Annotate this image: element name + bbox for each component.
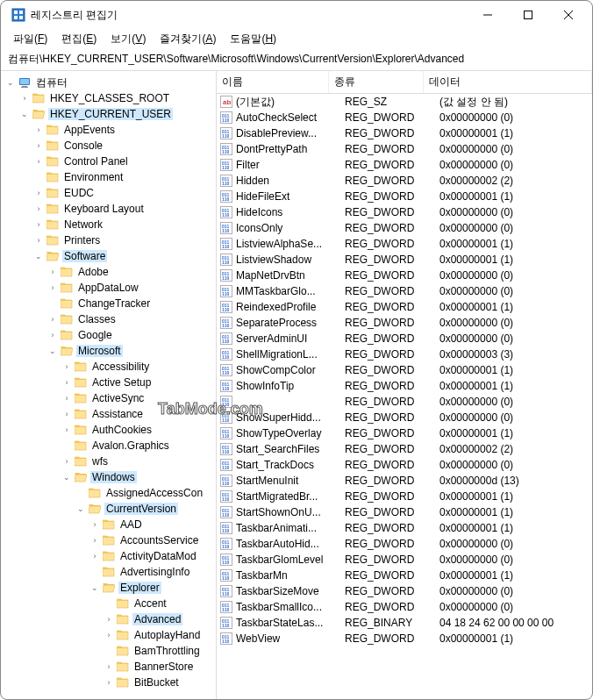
chevron-right-icon[interactable]: › xyxy=(61,424,73,436)
value-list-pane[interactable]: 이름 종류 데이터 ab(기본값)REG_SZ(값 설정 안 됨)011110A… xyxy=(217,71,592,700)
tree-item[interactable]: ›Control Panel xyxy=(32,154,216,169)
chevron-down-icon[interactable]: ⌄ xyxy=(61,471,73,483)
chevron-right-icon[interactable]: › xyxy=(46,329,59,341)
tree-item[interactable]: ChangeTracker xyxy=(46,296,216,311)
chevron-right-icon[interactable]: › xyxy=(46,266,59,278)
chevron-down-icon[interactable]: ⌄ xyxy=(32,250,45,262)
expander-none[interactable] xyxy=(75,487,87,499)
tree-item[interactable]: ⌄HKEY_CURRENT_USER xyxy=(18,106,216,122)
tree-item[interactable]: ⌄Software xyxy=(32,248,216,264)
chevron-right-icon[interactable]: › xyxy=(32,187,45,199)
chevron-right-icon[interactable]: › xyxy=(61,455,73,468)
tree-item[interactable]: ›Printers xyxy=(32,232,216,248)
value-row[interactable]: 011110TaskbarStateLas...REG_BINARY04 18 … xyxy=(217,615,592,631)
value-row[interactable]: 011110TaskbarSmallIco...REG_DWORD0x00000… xyxy=(217,599,592,615)
value-row[interactable]: 011110MapNetDrvBtnREG_DWORD0x00000000 (0… xyxy=(217,268,592,283)
tree-item[interactable]: Accent xyxy=(103,596,216,611)
chevron-right-icon[interactable]: › xyxy=(32,234,45,246)
tree-item[interactable]: ⌄CurrentVersion xyxy=(75,501,216,517)
expander-none[interactable] xyxy=(32,171,45,183)
chevron-right-icon[interactable]: › xyxy=(89,534,101,546)
tree-item[interactable]: AdvertisingInfo xyxy=(89,564,216,580)
chevron-right-icon[interactable]: › xyxy=(61,376,73,389)
tree-item[interactable]: ⌄Windows xyxy=(61,469,216,485)
value-row[interactable]: 011110TaskbarGlomLevelREG_DWORD0x0000000… xyxy=(217,552,592,568)
tree-item[interactable]: ⌄Explorer xyxy=(89,580,216,596)
chevron-right-icon[interactable]: › xyxy=(32,155,45,168)
expander-none[interactable] xyxy=(103,645,115,657)
tree-item[interactable]: ›Active Setup xyxy=(61,375,216,390)
tree-item[interactable]: ›AutoplayHand xyxy=(103,627,216,643)
value-row[interactable]: 011110Start_TrackDocsREG_DWORD0x00000000… xyxy=(217,457,592,473)
chevron-right-icon[interactable]: › xyxy=(32,139,45,152)
value-row[interactable]: 011110DontPrettyPathREG_DWORD0x00000000 … xyxy=(217,141,592,157)
chevron-right-icon[interactable]: › xyxy=(89,518,101,531)
value-row[interactable]: 011110ReindexedProfileREG_DWORD0x0000000… xyxy=(217,299,592,315)
tree-item[interactable]: ›Google xyxy=(46,327,216,343)
tree-item[interactable]: ›AAD xyxy=(89,517,216,532)
chevron-right-icon[interactable]: › xyxy=(103,629,115,641)
chevron-right-icon[interactable]: › xyxy=(46,313,59,325)
chevron-down-icon[interactable]: ⌄ xyxy=(18,108,31,120)
tree-item[interactable]: ›HKEY_CLASSES_ROOT xyxy=(18,90,216,106)
value-row[interactable]: 011110TaskbarAutoHid...REG_DWORD0x000000… xyxy=(217,536,592,552)
value-row[interactable]: 011110DisablePreview...REG_DWORD0x000000… xyxy=(217,125,592,141)
tree-item[interactable]: ›wfs xyxy=(61,454,216,469)
chevron-right-icon[interactable]: › xyxy=(32,124,45,136)
tree-item[interactable]: AssignedAccessCon xyxy=(75,485,216,501)
tree-item[interactable]: ›Accessibility xyxy=(61,359,216,375)
value-row[interactable]: 011110AutoCheckSelectREG_DWORD0x00000000… xyxy=(217,110,592,125)
chevron-right-icon[interactable]: › xyxy=(32,203,45,215)
tree-item[interactable]: ›ActivityDataMod xyxy=(89,548,216,564)
tree-item[interactable]: ›BannerStore xyxy=(103,659,216,675)
tree-item[interactable]: ›AccountsService xyxy=(89,532,216,548)
tree-item[interactable]: ›ActiveSync xyxy=(61,390,216,406)
menu-도움말[interactable]: 도움말(H) xyxy=(223,30,283,48)
value-row[interactable]: 011110TaskbarAnimati...REG_DWORD0x000000… xyxy=(217,520,592,536)
expander-none[interactable] xyxy=(89,566,101,578)
tree-item[interactable]: BamThrottling xyxy=(103,643,216,659)
tree-item[interactable]: ›Classes xyxy=(46,311,216,327)
value-row[interactable]: 011110ShowTypeOverlayREG_DWORD0x00000001… xyxy=(217,425,592,441)
tree-item[interactable]: ›Adobe xyxy=(46,264,216,280)
tree-item[interactable]: Environment xyxy=(32,169,216,185)
tree-root[interactable]: ⌄컴퓨터 xyxy=(4,75,216,90)
value-row[interactable]: 011110StartMenuInitREG_DWORD0x0000000d (… xyxy=(217,473,592,489)
value-row[interactable]: 011110WebViewREG_DWORD0x00000001 (1) xyxy=(217,631,592,646)
value-row[interactable]: 011110ShellMigrationL...REG_DWORD0x00000… xyxy=(217,346,592,362)
value-row[interactable]: 011110FilterREG_DWORD0x00000000 (0) xyxy=(217,157,592,173)
tree-item[interactable]: ›AuthCookies xyxy=(61,422,216,438)
tree-item[interactable]: ›Keyboard Layout xyxy=(32,201,216,217)
col-header-name[interactable]: 이름 xyxy=(217,71,329,93)
value-row[interactable]: 011110HideIconsREG_DWORD0x00000000 (0) xyxy=(217,204,592,220)
value-row[interactable]: 011110HiddenREG_DWORD0x00000002 (2) xyxy=(217,173,592,189)
col-header-type[interactable]: 종류 xyxy=(329,71,424,93)
value-row[interactable]: 011110HideFileExtREG_DWORD0x00000001 (1) xyxy=(217,189,592,204)
value-row[interactable]: 011110MMTaskbarGlo...REG_DWORD0x00000000… xyxy=(217,283,592,299)
chevron-right-icon[interactable]: › xyxy=(61,408,73,420)
value-row[interactable]: 011110TaskbarMnREG_DWORD0x00000001 (1) xyxy=(217,568,592,583)
minimize-button[interactable] xyxy=(468,2,508,28)
value-row[interactable]: 011110StartMigratedBr...REG_DWORD0x00000… xyxy=(217,489,592,504)
chevron-down-icon[interactable]: ⌄ xyxy=(46,345,59,357)
close-button[interactable] xyxy=(548,2,589,28)
menu-즐겨찾기[interactable]: 즐겨찾기(A) xyxy=(153,30,223,48)
value-row[interactable]: 011110ListviewAlphaSe...REG_DWORD0x00000… xyxy=(217,236,592,252)
value-row[interactable]: 011110IconsOnlyREG_DWORD0x00000000 (0) xyxy=(217,220,592,236)
chevron-right-icon[interactable]: › xyxy=(89,550,101,562)
value-row[interactable]: 011110ShowCompColorREG_DWORD0x00000001 (… xyxy=(217,362,592,378)
chevron-right-icon[interactable]: › xyxy=(46,282,59,294)
chevron-right-icon[interactable]: › xyxy=(18,92,31,104)
chevron-right-icon[interactable]: › xyxy=(103,613,115,625)
expander-none[interactable] xyxy=(46,297,59,310)
value-row[interactable]: 011110ShowSuperHidd...REG_DWORD0x0000000… xyxy=(217,410,592,425)
tree-item[interactable]: ›BitBucket xyxy=(103,675,216,690)
tree-item[interactable]: Avalon.Graphics xyxy=(61,438,216,454)
tree-item[interactable]: ›Network xyxy=(32,217,216,232)
chevron-down-icon[interactable]: ⌄ xyxy=(75,503,87,515)
maximize-button[interactable] xyxy=(508,2,548,28)
chevron-down-icon[interactable]: ⌄ xyxy=(89,582,101,594)
chevron-right-icon[interactable]: › xyxy=(103,661,115,673)
menu-보기[interactable]: 보기(V) xyxy=(104,30,153,48)
value-row[interactable]: 011110ShowInfoTipREG_DWORD0x00000001 (1) xyxy=(217,378,592,394)
